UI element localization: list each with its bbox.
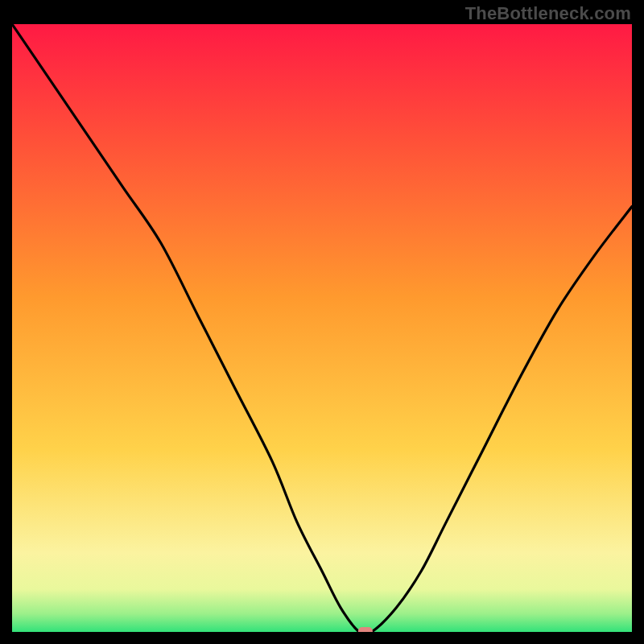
- watermark-text: TheBottleneck.com: [465, 3, 631, 24]
- chart-svg: [12, 24, 632, 632]
- gradient-background: [12, 24, 632, 632]
- bottleneck-chart: [12, 24, 632, 632]
- optimum-marker: [358, 627, 373, 632]
- chart-frame: TheBottleneck.com: [0, 0, 644, 644]
